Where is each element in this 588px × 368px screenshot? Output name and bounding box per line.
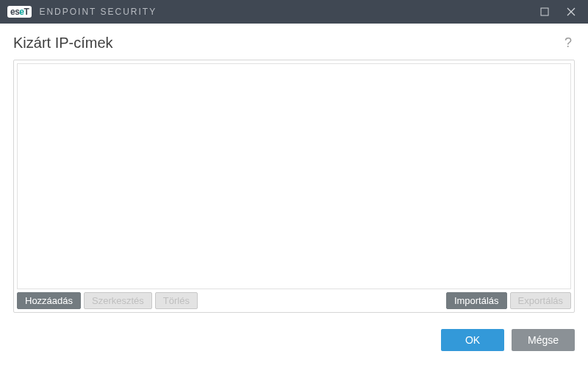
product-name: ENDPOINT SECURITY [39, 7, 157, 17]
export-button: Exportálás [510, 292, 571, 309]
svg-rect-0 [541, 8, 548, 15]
close-icon [567, 7, 576, 16]
action-bar: Hozzáadás Szerkesztés Törlés Importálás … [17, 292, 571, 309]
content: Kizárt IP-címek ? Hozzáadás Szerkesztés … [0, 24, 588, 313]
excluded-ip-list[interactable] [17, 63, 571, 289]
add-button[interactable]: Hozzáadás [17, 292, 81, 309]
help-icon[interactable]: ? [562, 34, 575, 52]
header-row: Kizárt IP-címek ? [13, 34, 575, 52]
dialog-footer: OK Mégse [0, 313, 588, 351]
minimize-button[interactable] [532, 3, 557, 21]
brand-logo: eseT [7, 6, 32, 18]
close-button[interactable] [559, 3, 584, 21]
titlebar: eseT ENDPOINT SECURITY [0, 0, 588, 24]
edit-button: Szerkesztés [84, 292, 152, 309]
window-controls [532, 3, 584, 21]
delete-button: Törlés [155, 292, 198, 309]
panel: Hozzáadás Szerkesztés Törlés Importálás … [13, 60, 575, 313]
brand-logo-suffix: T [24, 7, 29, 17]
cancel-button[interactable]: Mégse [512, 329, 575, 351]
import-button[interactable]: Importálás [446, 292, 507, 309]
ok-button[interactable]: OK [441, 329, 504, 351]
page-title: Kizárt IP-címek [13, 35, 113, 52]
minimize-icon [540, 7, 549, 16]
brand-logo-prefix: es [10, 7, 19, 17]
